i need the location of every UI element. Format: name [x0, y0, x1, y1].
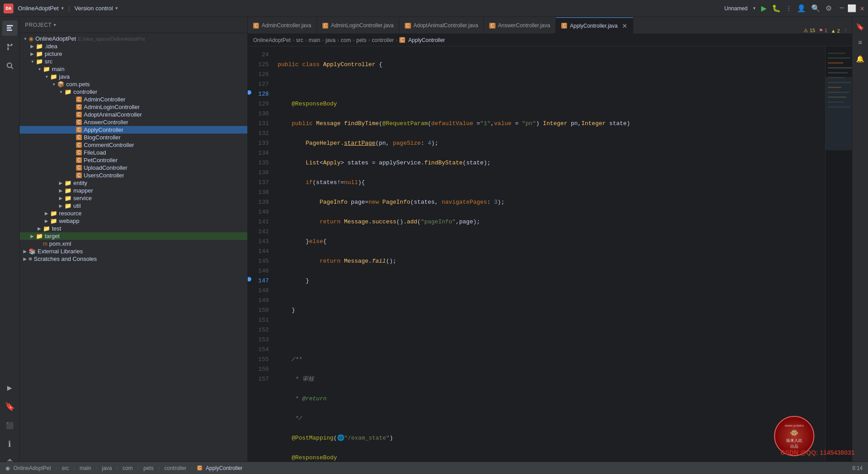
status-bc-2[interactable]: src	[62, 465, 69, 471]
tree-item-uploadctrl[interactable]: ▶ C UploadController	[20, 164, 247, 172]
folder-icon-entity: 📁	[64, 180, 72, 186]
tree-item-service[interactable]: ▶ 📁 service	[20, 194, 247, 202]
tab-icon-5: C	[561, 23, 567, 29]
tab-applycontroller[interactable]: C ApplyController.java ✕	[556, 17, 633, 34]
activity-terminal[interactable]: ⬛	[2, 418, 17, 433]
search-icon[interactable]: 🔍	[811, 4, 820, 13]
tab-admincontroller[interactable]: C AdminController.java	[248, 17, 317, 34]
settings-icon[interactable]: ⚙	[826, 4, 832, 13]
minimize-button[interactable]: —	[840, 4, 844, 13]
bc-src[interactable]: src	[296, 37, 303, 43]
minimap-svg	[826, 46, 852, 474]
code-content[interactable]: public class ApplyController { @Response…	[272, 46, 825, 474]
watermark-site: www.yulairu	[785, 423, 804, 428]
tree-item-compets[interactable]: ▾ 📦 com.pets	[20, 80, 247, 88]
bc-pets[interactable]: pets	[356, 37, 367, 43]
tree-item-petctrl[interactable]: ▶ C PetController	[20, 156, 247, 164]
status-bc-6[interactable]: pets	[144, 465, 154, 471]
tree-item-src[interactable]: ▾ 📁 src	[20, 58, 247, 65]
tree-item-root[interactable]: ▾ ◉ OnlineAdoptPet E:/idea_space/OnlineA…	[20, 35, 247, 42]
sidebar-arrow[interactable]: ▾	[54, 22, 56, 27]
tree-item-resource[interactable]: ▶ 📁 resource	[20, 210, 247, 217]
tree-item-adoptanimal[interactable]: ▶ C AdoptAnimalController	[20, 111, 247, 118]
project-name[interactable]: OnlineAdoptPet	[18, 5, 59, 12]
ln-137: 137	[250, 178, 269, 188]
tree-arrow-scratch: ▶	[21, 256, 29, 261]
tab-more-button[interactable]: ⋮	[843, 28, 848, 34]
status-bc-4[interactable]: java	[102, 465, 112, 471]
tree-item-usersctrl[interactable]: ▶ C UsersController	[20, 172, 247, 179]
watermark-label: 猿来入此	[785, 438, 804, 444]
account-icon[interactable]: 👤	[797, 4, 806, 13]
tree-item-answerctrl[interactable]: ▶ C AnswerController	[20, 118, 247, 126]
tree-label-webapp: webapp	[59, 218, 80, 224]
right-icon-bookmark[interactable]: 🔖	[854, 21, 867, 33]
tree-item-idea[interactable]: ▶ 📁 .idea	[20, 42, 247, 50]
tree-item-commentctrl[interactable]: ▶ C CommentController	[20, 141, 247, 149]
bc-main[interactable]: main	[309, 37, 320, 43]
right-icon-notifications[interactable]: 🔔	[854, 53, 867, 65]
folder-icon: 📁	[36, 43, 43, 50]
tab-label-2: AdminLoginController.java	[331, 22, 394, 29]
activity-info[interactable]: ℹ	[2, 436, 17, 452]
tree-item-adminloginctrl[interactable]: ▶ C AdminLoginController	[20, 103, 247, 111]
more-button[interactable]: ⋮	[786, 5, 792, 12]
tree-item-picture[interactable]: ▶ 📁 picture	[20, 50, 247, 58]
tree-item-pomxml[interactable]: ▶ m pom.xml	[20, 240, 247, 247]
close-button[interactable]: ✕	[860, 4, 864, 13]
right-icon-structure[interactable]: ≡	[854, 37, 867, 49]
folder-icon-java: 📁	[50, 73, 57, 80]
tree-item-test[interactable]: ▶ 📁 test	[20, 225, 247, 232]
svg-rect-11	[828, 53, 846, 54]
tab-adoptanimalcontroller[interactable]: C AdoptAnimalController.java	[399, 17, 484, 34]
tree-item-entity[interactable]: ▶ 📁 entity	[20, 179, 247, 187]
tree-item-java[interactable]: ▾ 📁 java	[20, 73, 247, 80]
tree-item-applyctrl[interactable]: ▶ C ApplyController	[20, 126, 247, 134]
tab-answercontroller[interactable]: C AnswerController.java	[484, 17, 556, 34]
tree-item-extlib[interactable]: ▶ 📚 External Libraries	[20, 247, 247, 255]
vc-label[interactable]: Version control	[74, 5, 113, 12]
activity-bar: ▶ 🔖 ⬛ ℹ	[0, 17, 20, 474]
status-bc-7[interactable]: controller	[164, 465, 186, 471]
bc-com[interactable]: com	[341, 37, 351, 43]
activity-bookmark[interactable]: 🔖	[2, 399, 17, 414]
project-arrow[interactable]: ▾	[61, 5, 64, 11]
tree-item-adminctrl[interactable]: ▶ C AdminController	[20, 96, 247, 103]
status-bc-8[interactable]: ApplyController	[206, 465, 242, 471]
error-indicator: ⚑ 1	[819, 28, 827, 34]
status-bc-3[interactable]: main	[80, 465, 91, 471]
run-arrow[interactable]: ▾	[753, 5, 756, 11]
bc-applycontroller[interactable]: ApplyController	[408, 37, 445, 43]
status-bc-5[interactable]: com	[123, 465, 133, 471]
bc-controller[interactable]: controller	[372, 37, 394, 43]
tree-item-main[interactable]: ▾ 📁 main	[20, 65, 247, 73]
tab-label-5: ApplyController.java	[570, 23, 618, 29]
activity-vcs[interactable]	[2, 39, 17, 55]
tree-item-controller[interactable]: ▾ 📁 controller	[20, 88, 247, 96]
tree-item-blogctrl[interactable]: ▶ C BlogController	[20, 134, 247, 141]
ln-151: 151	[250, 315, 269, 325]
tree-item-target[interactable]: ▶ 📁 target	[20, 232, 247, 240]
tab-close-5[interactable]: ✕	[622, 22, 627, 29]
status-bc-1[interactable]: OnlineAdoptPet	[13, 465, 51, 471]
java-ctrl-icon-11: C	[76, 172, 82, 178]
vc-arrow[interactable]: ▾	[115, 5, 118, 11]
java-ctrl-icon-2: C	[76, 104, 82, 110]
tree-item-fileload[interactable]: ▶ C FileLoad	[20, 149, 247, 156]
activity-explorer[interactable]	[2, 21, 17, 36]
maximize-button[interactable]: ⬜	[847, 4, 856, 13]
status-ctrl-icon: C	[197, 466, 202, 470]
ln-144: 144	[250, 247, 269, 256]
tree-item-scratch[interactable]: ▶ ≡ Scratches and Consoles	[20, 255, 247, 263]
activity-search[interactable]	[2, 58, 17, 73]
tree-item-mapper[interactable]: ▶ 📁 mapper	[20, 187, 247, 194]
debug-button[interactable]: 🐛	[772, 4, 781, 13]
tree-item-util[interactable]: ▶ 📁 util	[20, 202, 247, 210]
code-editor[interactable]: 24 125 126 127 128 129 130 131 132 133 1…	[248, 46, 852, 474]
run-button[interactable]: ▶	[761, 4, 766, 13]
tab-adminlogincontroller[interactable]: C AdminLoginController.java	[317, 17, 399, 34]
activity-run[interactable]: ▶	[2, 380, 17, 395]
bc-java[interactable]: java	[326, 37, 335, 43]
tree-item-webapp[interactable]: ▶ 📁 webapp	[20, 217, 247, 225]
bc-onlineadoptpet[interactable]: OnlineAdoptPet	[253, 37, 291, 43]
